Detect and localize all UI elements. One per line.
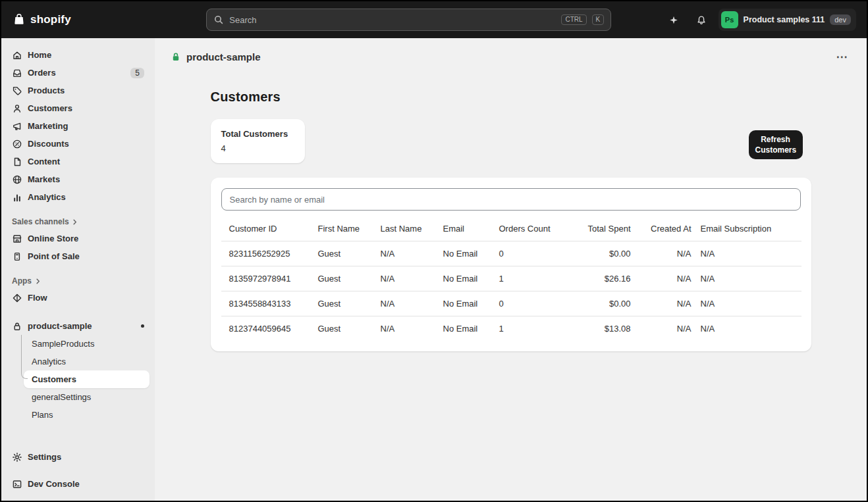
shopify-bag-icon	[12, 13, 26, 27]
chevron-right-icon	[34, 276, 41, 286]
sidebar-item-content[interactable]: Content	[7, 153, 149, 170]
sidebar-item-online-store[interactable]: Online Store	[7, 230, 149, 247]
table-row: 8135972978941 Guest N/A No Email 1 $26.1…	[221, 266, 801, 291]
table-cell: N/A	[699, 291, 801, 316]
app-page-header: product-sample ⋯	[155, 38, 867, 75]
table-cell: $0.00	[573, 291, 639, 316]
sidebar-item-label: Customers	[28, 103, 72, 113]
sidebar-item-product-sample-app[interactable]: product-sample	[7, 317, 149, 335]
discounts-percent-icon	[12, 139, 22, 149]
subnav-item-label: Customers	[32, 374, 76, 384]
sidebar-item-products[interactable]: Products	[7, 82, 149, 99]
table-cell: Guest	[310, 291, 373, 316]
marketing-megaphone-icon	[12, 121, 22, 132]
pos-terminal-icon	[12, 251, 22, 262]
subnav-item-label: SampleProducts	[32, 339, 94, 349]
sidebar-item-label: Point of Sale	[28, 251, 80, 261]
sales-channels-header[interactable]: Sales channels	[7, 214, 149, 230]
subnav-item-analytics[interactable]: Analytics	[24, 353, 149, 370]
shortcut-ctrl-key: CTRL	[561, 14, 586, 25]
home-icon	[12, 50, 22, 61]
customers-person-icon	[12, 103, 22, 114]
online-store-icon	[12, 234, 22, 244]
search-icon	[213, 14, 224, 25]
table-cell: $26.16	[573, 266, 639, 291]
column-header: First Name	[310, 216, 373, 241]
table-cell: 8135972978941	[221, 266, 310, 291]
table-cell: N/A	[373, 316, 435, 341]
page-title: Customers	[211, 89, 811, 105]
table-cell: N/A	[639, 291, 699, 316]
sidebar-item-label: Marketing	[28, 121, 68, 131]
global-search-bar[interactable]: Search CTRL K	[206, 9, 611, 31]
column-header: Customer ID	[221, 216, 310, 241]
table-cell: 1	[491, 266, 573, 291]
tree-connector-line	[21, 335, 28, 379]
total-customers-card: Total Customers 4	[211, 119, 305, 163]
app-title: product-sample	[186, 51, 261, 63]
flow-app-icon	[12, 293, 22, 303]
table-cell: N/A	[699, 266, 801, 291]
sidebar: Home Orders 5 Products Customers Marketi…	[1, 38, 155, 501]
sidebar-item-analytics[interactable]: Analytics	[7, 188, 149, 206]
table-cell: No Email	[435, 266, 491, 291]
subnav-item-generalsettings[interactable]: generalSettings	[24, 388, 149, 406]
table-cell: 8134558843133	[221, 291, 310, 316]
shortcut-k-key: K	[592, 14, 605, 25]
table-row: 8134558843133 Guest N/A No Email 0 $0.00…	[221, 291, 801, 316]
sales-channels-label: Sales channels	[12, 217, 69, 226]
chevron-right-icon	[72, 216, 78, 227]
total-customers-value: 4	[221, 143, 294, 153]
dev-badge: dev	[830, 14, 851, 25]
sidekick-sparkle-icon	[668, 14, 679, 25]
sidebar-item-label: Products	[28, 86, 65, 95]
customers-table-card: Customer ID First Name Last Name Email O…	[211, 178, 811, 351]
table-cell: 0	[491, 241, 573, 266]
apps-header[interactable]: Apps	[7, 273, 149, 289]
store-menu[interactable]: Ps Product samples 111 dev	[719, 9, 856, 31]
gear-icon	[12, 452, 22, 463]
subnav-item-label: Plans	[32, 410, 53, 420]
table-cell: No Email	[435, 316, 491, 341]
table-cell: N/A	[639, 241, 699, 266]
refresh-customers-button[interactable]: Refresh Customers	[749, 130, 803, 159]
sidebar-item-discounts[interactable]: Discounts	[7, 135, 149, 153]
table-cell: N/A	[373, 241, 435, 266]
table-cell: No Email	[435, 291, 491, 316]
sidebar-item-customers[interactable]: Customers	[7, 99, 149, 117]
table-cell: N/A	[699, 316, 801, 341]
subnav-item-customers[interactable]: Customers	[24, 370, 149, 388]
sidebar-item-orders[interactable]: Orders 5	[7, 64, 149, 82]
subnav-item-plans[interactable]: Plans	[24, 406, 149, 424]
sidebar-item-point-of-sale[interactable]: Point of Sale	[7, 247, 149, 265]
sidekick-button[interactable]	[663, 9, 684, 30]
table-cell: $13.08	[573, 316, 639, 341]
lock-icon	[12, 321, 22, 332]
subnav-item-sampleproducts[interactable]: SampleProducts	[24, 335, 149, 353]
table-cell: Guest	[310, 241, 373, 266]
notifications-button[interactable]	[691, 9, 712, 30]
column-header: Email	[435, 216, 491, 241]
column-header: Last Name	[373, 216, 435, 241]
sidebar-item-settings[interactable]: Settings	[7, 448, 149, 466]
more-actions-button[interactable]: ⋯	[832, 47, 851, 66]
stats-row: Total Customers 4 Refresh Customers	[211, 119, 811, 163]
sidebar-item-markets[interactable]: Markets	[7, 170, 149, 188]
sidebar-item-label: Flow	[28, 293, 47, 303]
customer-search-input[interactable]	[221, 188, 801, 211]
topbar-right: Ps Product samples 111 dev	[663, 9, 856, 31]
sidebar-item-label: Analytics	[28, 192, 66, 202]
active-indicator-dot	[141, 324, 144, 328]
sidebar-item-label: Discounts	[28, 139, 69, 149]
sidebar-item-marketing[interactable]: Marketing	[7, 117, 149, 135]
content-file-icon	[12, 157, 22, 167]
sidebar-item-home[interactable]: Home	[7, 46, 149, 64]
shopify-logo[interactable]: shopify	[12, 13, 155, 27]
customers-table: Customer ID First Name Last Name Email O…	[221, 216, 801, 341]
orders-count-badge: 5	[130, 68, 144, 78]
sidebar-item-flow[interactable]: Flow	[7, 289, 149, 307]
product-sample-subnav: SampleProducts Analytics Customers gener…	[1, 335, 155, 424]
table-cell: No Email	[435, 241, 491, 266]
table-cell: N/A	[373, 291, 435, 316]
sidebar-item-dev-console[interactable]: Dev Console	[7, 475, 149, 493]
